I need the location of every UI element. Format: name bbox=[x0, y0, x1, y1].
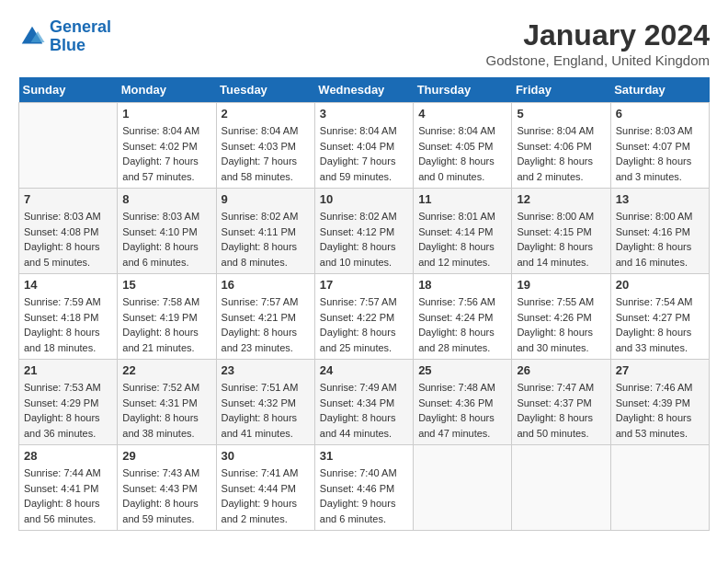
day-number: 22 bbox=[122, 363, 210, 377]
day-info: Sunrise: 7:52 AMSunset: 4:31 PMDaylight:… bbox=[122, 380, 210, 441]
day-info: Sunrise: 7:46 AMSunset: 4:39 PMDaylight:… bbox=[616, 380, 704, 441]
calendar-cell: 14Sunrise: 7:59 AMSunset: 4:18 PMDayligh… bbox=[19, 274, 118, 360]
calendar-cell: 29Sunrise: 7:43 AMSunset: 4:43 PMDayligh… bbox=[118, 445, 216, 531]
calendar-cell: 11Sunrise: 8:01 AMSunset: 4:14 PMDayligh… bbox=[414, 189, 512, 274]
calendar-cell: 25Sunrise: 7:48 AMSunset: 4:36 PMDayligh… bbox=[414, 360, 512, 445]
day-info: Sunrise: 8:00 AMSunset: 4:16 PMDaylight:… bbox=[616, 209, 704, 270]
day-number: 28 bbox=[24, 449, 112, 463]
calendar-cell: 20Sunrise: 7:54 AMSunset: 4:27 PMDayligh… bbox=[610, 274, 709, 360]
calendar-cell: 7Sunrise: 8:03 AMSunset: 4:08 PMDaylight… bbox=[19, 189, 118, 274]
week-row: 1Sunrise: 8:04 AMSunset: 4:02 PMDaylight… bbox=[19, 103, 710, 189]
col-header-friday: Friday bbox=[512, 77, 610, 103]
day-info: Sunrise: 7:54 AMSunset: 4:27 PMDaylight:… bbox=[616, 294, 704, 355]
day-number: 27 bbox=[616, 363, 704, 377]
day-number: 20 bbox=[616, 278, 704, 292]
calendar-cell: 9Sunrise: 8:02 AMSunset: 4:11 PMDaylight… bbox=[216, 189, 314, 274]
day-number: 31 bbox=[320, 449, 408, 463]
calendar-cell: 2Sunrise: 8:04 AMSunset: 4:03 PMDaylight… bbox=[216, 103, 314, 189]
day-number: 10 bbox=[320, 192, 408, 206]
logo-icon bbox=[18, 23, 46, 51]
calendar-cell: 31Sunrise: 7:40 AMSunset: 4:46 PMDayligh… bbox=[314, 445, 413, 531]
day-number: 4 bbox=[418, 107, 506, 121]
day-number: 15 bbox=[122, 278, 210, 292]
col-header-sunday: Sunday bbox=[19, 77, 118, 103]
day-info: Sunrise: 7:44 AMSunset: 4:41 PMDaylight:… bbox=[24, 465, 112, 526]
page-header: General Blue January 2024 Godstone, Engl… bbox=[18, 18, 710, 68]
day-number: 14 bbox=[24, 278, 112, 292]
location: Godstone, England, United Kingdom bbox=[486, 52, 711, 68]
day-number: 26 bbox=[517, 363, 605, 377]
col-header-saturday: Saturday bbox=[610, 77, 709, 103]
calendar-cell: 15Sunrise: 7:58 AMSunset: 4:19 PMDayligh… bbox=[118, 274, 216, 360]
day-info: Sunrise: 7:53 AMSunset: 4:29 PMDaylight:… bbox=[24, 380, 112, 441]
day-number: 29 bbox=[122, 449, 210, 463]
day-number: 8 bbox=[122, 192, 210, 206]
calendar-cell: 17Sunrise: 7:57 AMSunset: 4:22 PMDayligh… bbox=[314, 274, 413, 360]
calendar-cell: 26Sunrise: 7:47 AMSunset: 4:37 PMDayligh… bbox=[512, 360, 610, 445]
day-number: 23 bbox=[222, 363, 310, 377]
week-row: 21Sunrise: 7:53 AMSunset: 4:29 PMDayligh… bbox=[19, 360, 710, 445]
week-row: 7Sunrise: 8:03 AMSunset: 4:08 PMDaylight… bbox=[19, 189, 710, 274]
day-number: 12 bbox=[517, 192, 605, 206]
day-info: Sunrise: 8:04 AMSunset: 4:02 PMDaylight:… bbox=[122, 123, 210, 184]
logo: General Blue bbox=[18, 18, 111, 55]
day-number: 16 bbox=[222, 278, 310, 292]
day-number: 24 bbox=[320, 363, 408, 377]
calendar-cell: 24Sunrise: 7:49 AMSunset: 4:34 PMDayligh… bbox=[314, 360, 413, 445]
calendar-cell bbox=[19, 103, 118, 189]
calendar-cell: 6Sunrise: 8:03 AMSunset: 4:07 PMDaylight… bbox=[610, 103, 709, 189]
calendar-cell: 22Sunrise: 7:52 AMSunset: 4:31 PMDayligh… bbox=[118, 360, 216, 445]
calendar-cell bbox=[512, 445, 610, 531]
calendar-cell: 16Sunrise: 7:57 AMSunset: 4:21 PMDayligh… bbox=[216, 274, 314, 360]
day-number: 11 bbox=[418, 192, 506, 206]
day-info: Sunrise: 8:02 AMSunset: 4:12 PMDaylight:… bbox=[320, 209, 408, 270]
day-number: 5 bbox=[517, 107, 605, 121]
day-number: 13 bbox=[616, 192, 704, 206]
calendar-cell: 1Sunrise: 8:04 AMSunset: 4:02 PMDaylight… bbox=[118, 103, 216, 189]
calendar-cell: 18Sunrise: 7:56 AMSunset: 4:24 PMDayligh… bbox=[414, 274, 512, 360]
day-info: Sunrise: 7:58 AMSunset: 4:19 PMDaylight:… bbox=[122, 294, 210, 355]
title-block: January 2024 Godstone, England, United K… bbox=[486, 18, 711, 68]
calendar-cell bbox=[610, 445, 709, 531]
col-header-tuesday: Tuesday bbox=[216, 77, 314, 103]
logo-line1: General bbox=[50, 17, 111, 36]
calendar-cell: 10Sunrise: 8:02 AMSunset: 4:12 PMDayligh… bbox=[314, 189, 413, 274]
day-number: 3 bbox=[320, 107, 408, 121]
col-header-wednesday: Wednesday bbox=[314, 77, 413, 103]
day-number: 6 bbox=[616, 107, 704, 121]
day-info: Sunrise: 7:57 AMSunset: 4:21 PMDaylight:… bbox=[222, 294, 310, 355]
calendar-cell: 13Sunrise: 8:00 AMSunset: 4:16 PMDayligh… bbox=[610, 189, 709, 274]
day-info: Sunrise: 7:51 AMSunset: 4:32 PMDaylight:… bbox=[222, 380, 310, 441]
day-number: 17 bbox=[320, 278, 408, 292]
day-info: Sunrise: 8:02 AMSunset: 4:11 PMDaylight:… bbox=[222, 209, 310, 270]
day-info: Sunrise: 7:59 AMSunset: 4:18 PMDaylight:… bbox=[24, 294, 112, 355]
day-info: Sunrise: 7:48 AMSunset: 4:36 PMDaylight:… bbox=[418, 380, 506, 441]
day-number: 2 bbox=[222, 107, 310, 121]
week-row: 14Sunrise: 7:59 AMSunset: 4:18 PMDayligh… bbox=[19, 274, 710, 360]
day-info: Sunrise: 8:00 AMSunset: 4:15 PMDaylight:… bbox=[517, 209, 605, 270]
day-info: Sunrise: 7:41 AMSunset: 4:44 PMDaylight:… bbox=[222, 465, 310, 526]
day-number: 30 bbox=[222, 449, 310, 463]
day-info: Sunrise: 8:03 AMSunset: 4:10 PMDaylight:… bbox=[122, 209, 210, 270]
day-info: Sunrise: 7:49 AMSunset: 4:34 PMDaylight:… bbox=[320, 380, 408, 441]
day-info: Sunrise: 8:03 AMSunset: 4:08 PMDaylight:… bbox=[24, 209, 112, 270]
day-number: 19 bbox=[517, 278, 605, 292]
calendar-table: SundayMondayTuesdayWednesdayThursdayFrid… bbox=[18, 77, 710, 531]
day-number: 21 bbox=[24, 363, 112, 377]
day-info: Sunrise: 8:01 AMSunset: 4:14 PMDaylight:… bbox=[418, 209, 506, 270]
calendar-cell: 27Sunrise: 7:46 AMSunset: 4:39 PMDayligh… bbox=[610, 360, 709, 445]
day-info: Sunrise: 8:04 AMSunset: 4:06 PMDaylight:… bbox=[517, 123, 605, 184]
logo-line2: Blue bbox=[50, 36, 85, 54]
day-info: Sunrise: 7:56 AMSunset: 4:24 PMDaylight:… bbox=[418, 294, 506, 355]
logo-text: General Blue bbox=[50, 18, 111, 55]
calendar-cell: 4Sunrise: 8:04 AMSunset: 4:05 PMDaylight… bbox=[414, 103, 512, 189]
header-row: SundayMondayTuesdayWednesdayThursdayFrid… bbox=[19, 77, 710, 103]
day-info: Sunrise: 8:04 AMSunset: 4:04 PMDaylight:… bbox=[320, 123, 408, 184]
calendar-cell: 30Sunrise: 7:41 AMSunset: 4:44 PMDayligh… bbox=[216, 445, 314, 531]
day-info: Sunrise: 8:04 AMSunset: 4:05 PMDaylight:… bbox=[418, 123, 506, 184]
calendar-cell: 23Sunrise: 7:51 AMSunset: 4:32 PMDayligh… bbox=[216, 360, 314, 445]
calendar-cell: 8Sunrise: 8:03 AMSunset: 4:10 PMDaylight… bbox=[118, 189, 216, 274]
calendar-cell: 19Sunrise: 7:55 AMSunset: 4:26 PMDayligh… bbox=[512, 274, 610, 360]
calendar-cell: 3Sunrise: 8:04 AMSunset: 4:04 PMDaylight… bbox=[314, 103, 413, 189]
day-number: 25 bbox=[418, 363, 506, 377]
